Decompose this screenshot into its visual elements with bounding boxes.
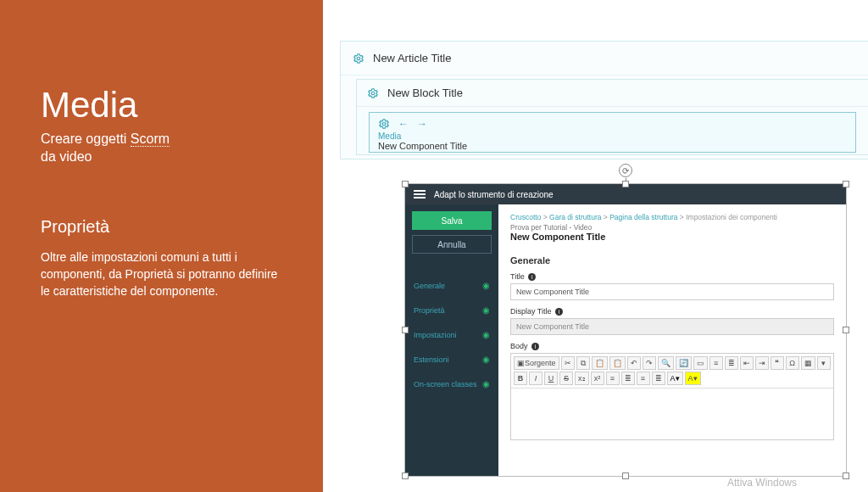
breadcrumb: Cruscotto > Gara di struttura > Pagina d…	[510, 213, 834, 221]
rotate-handle[interactable]: ⟳	[619, 164, 632, 177]
body-text: Oltre alle impostazioni comuni a tutti i…	[41, 249, 287, 300]
sidebar-item-estensioni[interactable]: Estensioni◉	[412, 349, 492, 369]
align-left-button[interactable]: ≡	[606, 372, 620, 385]
right-panel: New Article Title New Block Title ←	[323, 0, 868, 492]
resize-handle[interactable]	[622, 181, 629, 187]
gear-icon[interactable]	[367, 87, 379, 99]
sidebar-item-onscreen[interactable]: On-screen classes◉	[412, 374, 492, 394]
undo-button[interactable]: ↶	[627, 356, 641, 370]
replace-button[interactable]: 🔄	[676, 356, 692, 370]
block-header: New Block Title	[357, 80, 868, 107]
underline-button[interactable]: U	[544, 372, 558, 385]
label-title: Title i	[510, 272, 834, 281]
redo-button[interactable]: ↷	[643, 356, 656, 370]
align-center-button[interactable]: ≣	[621, 372, 635, 385]
cut-button[interactable]: ✂	[561, 356, 575, 370]
info-icon[interactable]: i	[528, 273, 536, 281]
sidebar-item-generale[interactable]: Generale◉	[412, 276, 492, 295]
resize-handle[interactable]	[622, 472, 629, 479]
eye-icon: ◉	[482, 305, 490, 315]
crumb-link[interactable]: Gara di struttura	[549, 213, 601, 221]
resize-handle[interactable]	[843, 472, 849, 479]
bgcolor-button[interactable]: A▾	[685, 372, 701, 385]
italic-button[interactable]: I	[529, 372, 542, 385]
find-button[interactable]: 🔍	[658, 356, 674, 370]
source-button[interactable]: ▣ Sorgente	[514, 356, 559, 370]
article-card: New Article Title New Block Title ←	[340, 41, 868, 159]
list-button[interactable]: ≡	[709, 356, 723, 370]
sidebar: Salva Annulla Generale◉ Proprietà◉ Impos…	[405, 204, 498, 476]
info-icon[interactable]: i	[555, 308, 563, 316]
crumb-link[interactable]: Pagina della struttura	[609, 213, 677, 221]
article-title: New Article Title	[373, 52, 451, 64]
block-title: New Block Title	[387, 87, 463, 99]
eye-icon: ◉	[482, 281, 490, 290]
component-card[interactable]: ← → Media New Component Title	[369, 112, 856, 153]
sup-button[interactable]: x²	[591, 372, 604, 385]
label-display-title: Display Title i	[510, 307, 834, 316]
section-heading: Proprietà	[41, 217, 287, 237]
sidebar-item-proprieta[interactable]: Proprietà◉	[412, 300, 492, 320]
numlist-button[interactable]: ≣	[725, 356, 738, 370]
align-justify-button[interactable]: ≣	[652, 372, 665, 385]
outdent-button[interactable]: ⇤	[740, 356, 754, 370]
arrow-right-icon[interactable]: →	[417, 118, 427, 130]
table-button[interactable]: ▦	[801, 356, 815, 370]
paste-button[interactable]: 📋	[592, 356, 608, 370]
quote-button[interactable]: ❝	[771, 356, 784, 370]
section-generale: Generale	[510, 255, 834, 266]
resize-handle[interactable]	[843, 181, 849, 187]
indent-button[interactable]: ⇥	[755, 356, 769, 370]
eye-icon: ◉	[482, 379, 490, 389]
crumb-link[interactable]: Cruscotto	[510, 213, 541, 221]
page-pretitle: Prova per Tutorial - Video New Component…	[510, 223, 834, 242]
arrow-left-icon[interactable]: ←	[398, 118, 409, 130]
eye-icon: ◉	[482, 330, 490, 339]
eye-icon: ◉	[482, 355, 490, 364]
copy-button[interactable]: ⧉	[576, 356, 590, 370]
title-input[interactable]	[510, 283, 834, 300]
hamburger-icon[interactable]	[414, 190, 426, 198]
selectall-button[interactable]: ▭	[693, 356, 708, 370]
align-right-button[interactable]: ≡	[637, 372, 650, 385]
slide-title: Media	[41, 85, 287, 126]
app-title: Adapt lo strumento di creazione	[434, 190, 554, 199]
block-card: New Block Title ← → Media New Component …	[356, 79, 868, 155]
paste-text-button[interactable]: 📋	[609, 356, 626, 370]
gear-icon[interactable]	[353, 53, 364, 64]
component-title: New Component Title	[378, 141, 847, 151]
display-title-input[interactable]	[510, 318, 834, 335]
more-button[interactable]: ▾	[817, 356, 831, 370]
cancel-button[interactable]: Annulla	[412, 235, 492, 254]
resize-handle[interactable]	[402, 472, 409, 479]
embedded-screenshot[interactable]: ⟳ Adapt lo strumento di creazione Salva …	[404, 183, 847, 477]
svg-point-1	[371, 92, 375, 95]
strike-button[interactable]: S	[559, 372, 573, 385]
sub-button[interactable]: x₂	[575, 372, 589, 385]
rich-text-editor[interactable]: ▣ Sorgente ✂ ⧉ 📋 📋 ↶ ↷ 🔍 🔄 ▭ ≡	[510, 353, 834, 440]
article-header: New Article Title	[341, 42, 868, 75]
info-icon[interactable]: i	[531, 343, 539, 350]
editor-canvas[interactable]	[511, 389, 833, 439]
char-button[interactable]: Ω	[786, 356, 799, 370]
slide-subtitle: Creare oggetti Scorm da video	[41, 131, 287, 166]
gear-icon[interactable]	[378, 118, 390, 130]
main-content: Cruscotto > Gara di struttura > Pagina d…	[498, 204, 846, 476]
svg-point-0	[357, 57, 360, 60]
component-type: Media	[378, 131, 847, 141]
slide: Media Creare oggetti Scorm da video Prop…	[0, 0, 868, 492]
adapt-app: Adapt lo strumento di creazione Salva An…	[405, 184, 846, 476]
page-title: New Component Title	[510, 232, 834, 242]
resize-handle[interactable]	[402, 181, 409, 187]
windows-watermark: Attiva Windows	[727, 477, 797, 489]
crumb-current: Impostazioni dei componenti	[686, 213, 777, 221]
resize-handle[interactable]	[402, 327, 409, 333]
textcolor-button[interactable]: A▾	[667, 372, 683, 385]
editor-toolbar: ▣ Sorgente ✂ ⧉ 📋 📋 ↶ ↷ 🔍 🔄 ▭ ≡	[511, 354, 833, 389]
sidebar-item-impostazioni[interactable]: Impostazioni◉	[412, 325, 492, 344]
save-button[interactable]: Salva	[412, 211, 492, 230]
resize-handle[interactable]	[843, 327, 849, 333]
bold-button[interactable]: B	[514, 372, 527, 385]
left-panel: Media Creare oggetti Scorm da video Prop…	[0, 0, 323, 492]
svg-point-2	[382, 122, 386, 126]
